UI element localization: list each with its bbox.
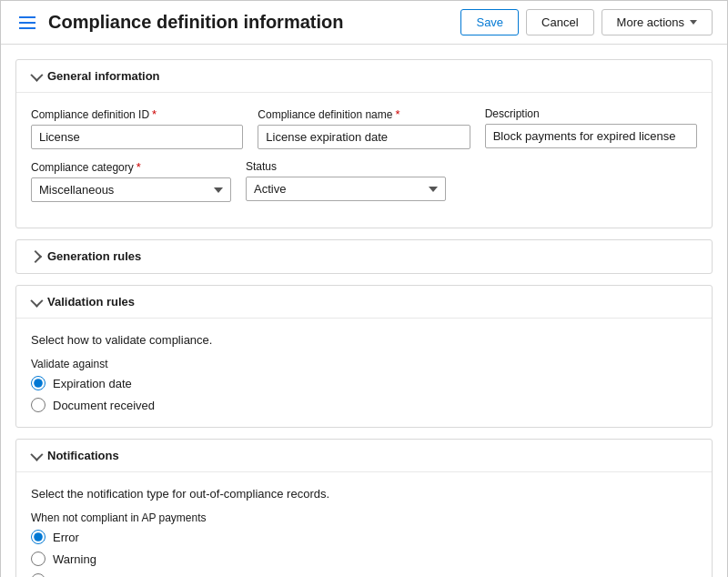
status-select[interactable]: Active Inactive	[246, 177, 446, 201]
chevron-down-icon	[690, 20, 697, 25]
compliance-name-required: *	[395, 107, 399, 121]
validation-rules-header[interactable]: Validation rules	[16, 286, 712, 319]
cancel-button[interactable]: Cancel	[526, 9, 593, 35]
header-actions: Save Cancel More actions	[460, 9, 713, 35]
notifications-description: Select the notification type for out-of-…	[31, 487, 697, 501]
page-container: Compliance definition information Save C…	[0, 0, 728, 577]
notifications-chevron-icon	[30, 448, 43, 461]
description-label: Description	[485, 107, 697, 120]
compliance-id-label: Compliance definition ID *	[31, 107, 243, 121]
header-left: Compliance definition information	[15, 12, 460, 33]
menu-icon[interactable]	[15, 13, 39, 33]
validation-chevron-icon	[30, 294, 43, 307]
validation-description: Select how to validate compliance.	[31, 333, 697, 347]
validation-rules-label: Validation rules	[47, 295, 135, 309]
compliance-id-required: *	[152, 107, 157, 121]
error-option[interactable]: Error	[31, 530, 697, 544]
header: Compliance definition information Save C…	[1, 1, 727, 45]
page-title: Compliance definition information	[48, 12, 343, 33]
validation-radio-group: Expiration date Document received	[31, 376, 697, 412]
document-received-label: Document received	[53, 399, 155, 412]
document-received-option[interactable]: Document received	[31, 398, 697, 412]
compliance-name-group: Compliance definition name *	[258, 107, 470, 149]
description-group: Description	[485, 107, 697, 149]
category-required: *	[136, 160, 141, 174]
notifications-section: Notifications Select the notification ty…	[15, 439, 713, 577]
general-information-header[interactable]: General information	[16, 60, 712, 93]
description-input[interactable]	[485, 124, 697, 148]
expiration-date-label: Expiration date	[53, 377, 132, 390]
more-actions-button[interactable]: More actions	[602, 9, 713, 35]
document-received-radio[interactable]	[31, 398, 46, 412]
general-information-body: Compliance definition ID * Compliance de…	[16, 93, 712, 228]
save-button[interactable]: Save	[460, 9, 519, 35]
generation-chevron-icon	[29, 249, 42, 262]
general-chevron-icon	[30, 68, 43, 81]
general-row-2: Compliance category * Miscellaneous Stat…	[31, 160, 697, 202]
status-label: Status	[246, 160, 446, 173]
generation-rules-section: Generation rules	[15, 239, 713, 274]
error-radio[interactable]	[31, 530, 46, 544]
generation-rules-label: Generation rules	[47, 249, 141, 263]
status-group: Status Active Inactive	[246, 160, 446, 202]
validate-against-label: Validate against	[31, 358, 697, 370]
general-information-section: General information Compliance definitio…	[15, 59, 713, 228]
notifications-body: Select the notification type for out-of-…	[16, 472, 712, 577]
content: General information Compliance definitio…	[1, 45, 727, 577]
notifications-header[interactable]: Notifications	[16, 440, 712, 472]
warning-radio[interactable]	[31, 552, 46, 566]
when-not-compliant-label: When not compliant in AP payments	[31, 511, 697, 524]
general-information-label: General information	[47, 69, 160, 83]
category-group: Compliance category * Miscellaneous	[31, 160, 231, 202]
generation-rules-header[interactable]: Generation rules	[16, 240, 712, 273]
warning-label: Warning	[53, 552, 96, 566]
compliance-name-input[interactable]	[258, 125, 470, 149]
notifications-radio-group: Error Warning Ignore	[31, 530, 697, 577]
general-row-1: Compliance definition ID * Compliance de…	[31, 107, 697, 149]
error-label: Error	[53, 531, 79, 544]
compliance-id-input[interactable]	[31, 125, 243, 149]
validation-rules-section: Validation rules Select how to validate …	[15, 285, 713, 428]
ignore-label: Ignore	[53, 574, 86, 578]
category-label: Compliance category *	[31, 160, 231, 174]
warning-option[interactable]: Warning	[31, 552, 697, 566]
validation-rules-body: Select how to validate compliance. Valid…	[16, 319, 712, 427]
category-select[interactable]: Miscellaneous	[31, 177, 231, 202]
notifications-label: Notifications	[47, 449, 119, 462]
compliance-name-label: Compliance definition name *	[258, 107, 470, 121]
expiration-date-option[interactable]: Expiration date	[31, 376, 697, 390]
ignore-option[interactable]: Ignore	[31, 573, 697, 577]
ignore-radio[interactable]	[31, 573, 46, 577]
compliance-id-group: Compliance definition ID *	[31, 107, 243, 149]
expiration-date-radio[interactable]	[31, 376, 46, 390]
